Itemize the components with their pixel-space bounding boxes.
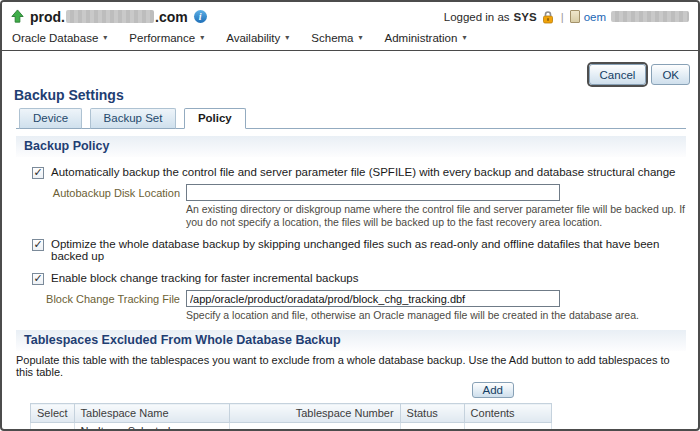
menu-label: Availability (226, 32, 280, 44)
table-empty-row: No Items Selected (31, 423, 552, 431)
target-row: prod. .com i Logged in as SYS | oem (10, 6, 690, 27)
separator: | (559, 11, 566, 23)
tablespaces-section-header: Tablespaces Excluded From Whole Database… (16, 330, 686, 351)
tab-device[interactable]: Device (19, 108, 82, 129)
ok-button[interactable]: OK (651, 64, 690, 85)
optimize-row: Optimize the whole database backup by sk… (32, 238, 684, 262)
logged-in-user: SYS (514, 11, 537, 23)
chevron-down-icon: ▾ (200, 34, 204, 42)
host-link[interactable]: oem (584, 11, 606, 23)
chevron-down-icon: ▾ (462, 34, 466, 42)
login-info: Logged in as SYS | oem (444, 10, 690, 24)
action-button-row: Cancel OK (2, 64, 690, 85)
autobackup-checkbox[interactable] (32, 167, 44, 179)
menu-administration[interactable]: Administration ▾ (385, 32, 467, 44)
empty-cell (229, 423, 400, 431)
logged-in-as-label: Logged in as (444, 11, 510, 23)
autobackup-row: Automatically backup the control file an… (32, 166, 684, 179)
chevron-down-icon: ▾ (359, 34, 363, 42)
tab-policy[interactable]: Policy (184, 108, 246, 129)
disk-location-hint: An existing directory or diskgroup name … (186, 203, 691, 229)
host-icon (570, 10, 580, 23)
add-button[interactable]: Add (472, 382, 514, 398)
status-up-arrow-icon (10, 9, 25, 24)
empty-cell (464, 423, 551, 431)
table-header-row: Select Tablespace Name Tablespace Number… (31, 404, 552, 423)
target-name-prefix: prod. (30, 9, 65, 25)
col-tablespace-name: Tablespace Name (74, 404, 229, 423)
col-tablespace-number: Tablespace Number (229, 404, 400, 423)
tablespaces-table: Select Tablespace Name Tablespace Number… (30, 403, 552, 431)
target-name-suffix: .com (155, 9, 188, 25)
menu-schema[interactable]: Schema ▾ (311, 32, 362, 44)
page-title: Backup Settings (14, 87, 698, 103)
optimize-checkbox[interactable] (32, 239, 44, 251)
cancel-button[interactable]: Cancel (589, 64, 647, 85)
redacted-target-name (66, 10, 154, 23)
no-items-cell: No Items Selected (74, 423, 229, 431)
disk-location-label: Autobackup Disk Location (32, 187, 180, 199)
redacted-host-name (611, 11, 689, 22)
menu-label: Oracle Database (12, 32, 98, 44)
info-icon[interactable]: i (194, 10, 207, 23)
autobackup-checkbox-label: Automatically backup the control file an… (51, 166, 676, 178)
menu-label: Performance (129, 32, 195, 44)
disk-location-input[interactable] (186, 184, 560, 201)
chevron-down-icon: ▾ (103, 34, 107, 42)
disk-location-row: Autobackup Disk Location (32, 184, 698, 201)
menu-availability[interactable]: Availability ▾ (226, 32, 289, 44)
optimize-checkbox-label: Optimize the whole database backup by sk… (51, 238, 684, 262)
empty-cell (400, 423, 464, 431)
tab-backup-set[interactable]: Backup Set (90, 108, 177, 129)
tracking-file-input[interactable] (186, 290, 560, 307)
tracking-file-hint: Specify a location and file, otherwise a… (186, 309, 691, 322)
backup-policy-section-header: Backup Policy (16, 136, 686, 157)
add-button-row: Add (30, 380, 547, 401)
top-header: prod. .com i Logged in as SYS | oem Ora (2, 2, 698, 51)
col-contents: Contents (464, 404, 551, 423)
menu-label: Administration (385, 32, 458, 44)
menu-label: Schema (311, 32, 353, 44)
block-change-row: Enable block change tracking for faster … (32, 272, 684, 285)
col-status: Status (400, 404, 464, 423)
block-change-checkbox[interactable] (32, 273, 44, 285)
tracking-file-label: Block Change Tracking File (32, 293, 180, 305)
backup-settings-window: prod. .com i Logged in as SYS | oem Ora (0, 0, 700, 431)
tab-bar: Device Backup Set Policy (16, 107, 686, 129)
col-select: Select (31, 404, 75, 423)
menu-performance[interactable]: Performance ▾ (129, 32, 204, 44)
empty-cell (31, 423, 75, 431)
menu-oracle-database[interactable]: Oracle Database ▾ (12, 32, 107, 44)
block-change-checkbox-label: Enable block change tracking for faster … (51, 272, 358, 284)
tracking-file-row: Block Change Tracking File (32, 290, 698, 307)
lock-icon (541, 10, 555, 24)
menu-bar: Oracle Database ▾ Performance ▾ Availabi… (10, 27, 690, 47)
chevron-down-icon: ▾ (285, 34, 289, 42)
tablespaces-description: Populate this table with the tablespaces… (16, 354, 686, 378)
